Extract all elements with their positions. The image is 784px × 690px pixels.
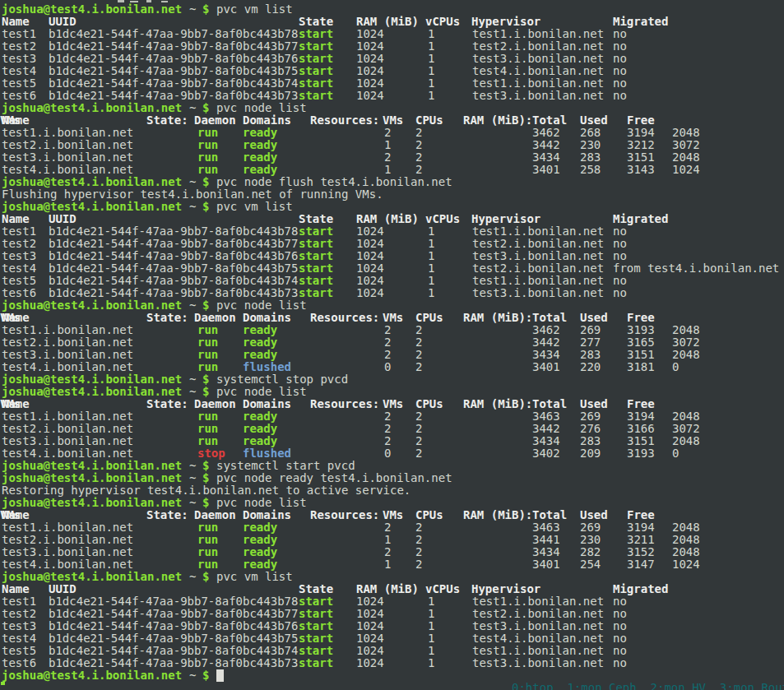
prompt-user-host: joshua@test4.i.bonilan.net (2, 669, 182, 682)
node-cell-domains-state: ready (243, 435, 277, 447)
vm-cell-migrated: from test4.i.bonilan.net (613, 262, 779, 275)
terminal-line: test2.i.bonilan.netrunready1234412303211… (0, 534, 784, 546)
terminal-line: NameState:DaemonDomainsResources:VMsCPUs… (0, 114, 784, 127)
node-cell-ram-free: 3166 (627, 423, 655, 435)
node-header-used: Used (580, 509, 608, 521)
node-cell-vms: 1 (384, 164, 391, 176)
terminal-line: joshua@test4.i.bonilan.net~$systemctl st… (0, 373, 784, 386)
node-cell-ram-used: 258 (580, 164, 601, 176)
vm-header-state: State (299, 213, 333, 225)
node-cell-ram-free: 3151 (627, 151, 655, 164)
vm-header-vcpus: vCPUs (425, 583, 460, 595)
vm-cell-uuid: b1dc4e21-544f-47aa-9bb7-8af0bc443b74 (49, 77, 298, 90)
terminal-line: test1.i.bonilan.netrunready2234622693193… (0, 324, 784, 336)
vm-cell-name: test6 (2, 287, 36, 299)
node-header-used: Used (580, 312, 608, 324)
terminal-screen[interactable]: joshua@test4.i.bonilan.net~$pvc vm listN… (0, 0, 784, 690)
node-cell-name: test3.i.bonilan.net (2, 435, 133, 447)
node-header-resources-label: Resources: (310, 114, 379, 127)
vm-cell-hypervisor: test4.i.bonilan.net (472, 65, 604, 77)
prompt-symbol: $ (202, 176, 209, 188)
node-header-daemon: Daemon (194, 312, 236, 324)
vm-cell-vcpus: 1 (428, 595, 434, 608)
vm-cell-vcpus: 1 (428, 250, 434, 262)
node-cell-ram-used: 276 (580, 423, 601, 435)
terminal-line: test2b1dc4e21-544f-47aa-9bb7-8af0bc443b7… (0, 238, 784, 250)
prompt-user-host: joshua@test4.i.bonilan.net (2, 460, 182, 472)
vm-cell-vcpus: 1 (428, 262, 434, 275)
vm-cell-vcpus: 1 (428, 238, 434, 250)
prompt-cwd: ~ (189, 669, 196, 682)
prompt-cwd: ~ (189, 497, 196, 509)
vm-cell-uuid: b1dc4e21-544f-47aa-9bb7-8af0bc443b77 (49, 40, 298, 53)
node-header-ram-label: RAM (MiB): (463, 312, 532, 324)
terminal-line: test5b1dc4e21-544f-47aa-9bb7-8af0bc443b7… (0, 645, 784, 657)
node-cell-cpus: 2 (415, 127, 422, 139)
node-cell-vms: 2 (384, 521, 391, 534)
node-cell-ram-total: 3434 (532, 435, 560, 447)
vm-cell-migrated: no (613, 620, 627, 632)
command-text: pvc node list (216, 386, 307, 398)
vm-cell-uuid: b1dc4e21-544f-47aa-9bb7-8af0bc443b75 (49, 262, 298, 275)
terminal-line: joshua@test4.i.bonilan.net~$systemctl st… (0, 460, 784, 472)
vm-cell-migrated: no (613, 595, 627, 608)
vm-cell-hypervisor: test3.i.bonilan.net (472, 250, 604, 262)
vm-cell-uuid: b1dc4e21-544f-47aa-9bb7-8af0bc443b77 (49, 238, 298, 250)
terminal-line: test3.i.bonilan.netrunready2234342833151… (0, 349, 784, 361)
node-cell-ram-free: 3147 (627, 558, 655, 571)
vm-cell-state: start (299, 275, 333, 287)
node-cell-ram-total: 3402 (532, 447, 560, 460)
node-cell-ram-used: 230 (580, 534, 601, 546)
node-cell-cpus: 2 (415, 521, 422, 534)
terminal-line: test6b1dc4e21-544f-47aa-9bb7-8af0bc443b7… (0, 287, 784, 299)
node-cell-daemon-state: run (197, 558, 218, 571)
terminal-line: test4.i.bonilan.netrunflushed02340122031… (0, 361, 784, 373)
vm-cell-uuid: b1dc4e21-544f-47aa-9bb7-8af0bc443b75 (49, 632, 298, 645)
terminal-line: joshua@test4.i.bonilan.net~$pvc vm list (0, 3, 784, 16)
vm-cell-state: start (299, 608, 333, 620)
node-cell-vms: 2 (384, 423, 391, 435)
node-cell-domains-state: ready (243, 336, 277, 349)
vm-cell-ram: 1024 (356, 287, 384, 299)
node-cell-ram-used: 220 (580, 361, 601, 373)
node-cell-name: test3.i.bonilan.net (2, 349, 133, 361)
vm-cell-migrated: no (613, 287, 627, 299)
vm-cell-vcpus: 1 (428, 275, 434, 287)
node-cell-ram-vms: 0 (672, 361, 679, 373)
terminal-line: test6b1dc4e21-544f-47aa-9bb7-8af0bc443b7… (0, 90, 784, 102)
vm-header-uuid: UUID (49, 583, 77, 595)
terminal-line: test1b1dc4e21-544f-47aa-9bb7-8af0bc443b7… (0, 225, 784, 238)
node-cell-vms: 2 (384, 410, 391, 423)
vm-cell-name: test4 (2, 632, 36, 645)
vm-cell-vcpus: 1 (428, 608, 434, 620)
output-text: Flushing hypervisor test4.i.bonilan.net … (2, 188, 383, 201)
vm-cell-migrated: no (613, 657, 627, 669)
vm-cell-state: start (299, 632, 333, 645)
terminal-line: joshua@test4.i.bonilan.net~$pvc node rea… (0, 472, 784, 484)
vm-cell-migrated: no (613, 28, 627, 40)
node-cell-name: test4.i.bonilan.net (2, 164, 133, 176)
node-cell-cpus: 2 (415, 164, 422, 176)
node-cell-domains-state: ready (243, 558, 277, 571)
node-cell-name: test4.i.bonilan.net (2, 361, 133, 373)
node-cell-ram-used: 283 (580, 349, 601, 361)
vm-cell-ram: 1024 (356, 90, 384, 102)
vm-cell-migrated: no (613, 632, 627, 645)
prompt-cwd: ~ (189, 176, 196, 188)
node-cell-ram-used: 277 (580, 336, 601, 349)
node-cell-vms: 2 (384, 127, 391, 139)
vm-cell-ram: 1024 (356, 262, 384, 275)
vm-cell-uuid: b1dc4e21-544f-47aa-9bb7-8af0bc443b73 (49, 90, 298, 102)
node-cell-ram-vms: 0 (672, 447, 679, 460)
node-header-vms: VMs (383, 398, 403, 410)
vm-cell-migrated: no (613, 608, 627, 620)
vm-cell-vcpus: 1 (428, 620, 434, 632)
node-cell-domains-state: ready (243, 521, 277, 534)
node-header-total: Total (532, 398, 567, 410)
vm-cell-ram: 1024 (356, 225, 384, 238)
vm-cell-ram: 1024 (356, 238, 384, 250)
node-header-used: Used (580, 398, 608, 410)
node-header-ram-vms: VMs (0, 509, 21, 521)
node-header-domains: Domains (243, 509, 291, 521)
node-cell-daemon-state: stop (197, 447, 225, 460)
